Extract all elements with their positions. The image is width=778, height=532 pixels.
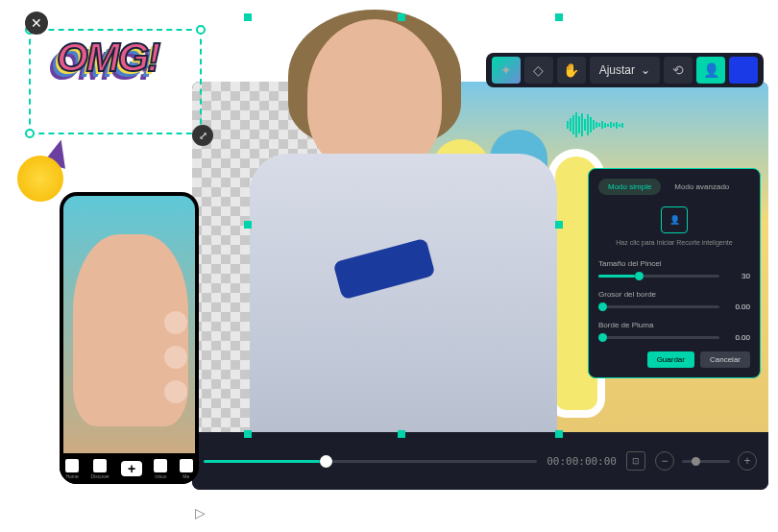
person-cutout-icon: 👤 — [661, 206, 688, 233]
smart-cutout-panel: Modo simple Modo avanzado 👤 Haz clic par… — [588, 168, 761, 378]
wave-bar — [567, 121, 569, 129]
wave-bar — [587, 114, 589, 135]
eraser-button[interactable]: ◇ — [524, 57, 553, 84]
selection-handle[interactable] — [25, 129, 35, 138]
nav-label: Me — [182, 473, 189, 479]
slider-fill — [598, 275, 635, 278]
chevron-down-icon: ⌄ — [641, 63, 650, 77]
feather-row: Borde de Pluma 0.00 — [598, 321, 750, 342]
wave-bar — [619, 124, 620, 127]
wave-bar — [621, 123, 623, 128]
discover-icon — [93, 459, 107, 472]
nav-create[interactable] — [121, 461, 142, 476]
tab-simple-mode[interactable]: Modo simple — [598, 179, 661, 195]
timeline-progress — [204, 460, 320, 463]
nav-inbox[interactable]: Inbox — [154, 459, 167, 479]
selection-handle[interactable] — [555, 13, 563, 21]
slider-thumb[interactable] — [598, 333, 607, 342]
wave-bar — [578, 116, 580, 133]
edge-thickness-slider[interactable] — [598, 305, 719, 308]
profile-button[interactable]: 👤 — [696, 57, 725, 84]
face-region — [307, 19, 442, 173]
resize-sticker-button[interactable]: ⤢ — [192, 125, 213, 146]
zoom-controls: − + — [655, 451, 757, 471]
wave-bar — [596, 122, 597, 128]
wave-bar — [601, 121, 603, 129]
selection-handle[interactable] — [398, 430, 405, 438]
profile-icon — [180, 459, 193, 472]
slider-thumb[interactable] — [598, 302, 607, 311]
adjust-dropdown[interactable]: Ajustar ⌄ — [590, 57, 660, 84]
timeline-playhead[interactable] — [320, 455, 332, 468]
nav-me[interactable]: Me — [180, 459, 193, 479]
selection-handle[interactable] — [244, 13, 252, 21]
hand-tool-button[interactable]: ✋ — [557, 57, 586, 84]
brush-size-slider[interactable] — [598, 275, 719, 278]
selection-handle[interactable] — [398, 13, 405, 21]
magic-wand-button[interactable]: ✦ — [492, 57, 521, 84]
selection-handle[interactable] — [196, 25, 206, 35]
adjust-label: Ajustar — [599, 63, 635, 77]
selection-handle[interactable] — [244, 430, 252, 438]
wave-bar — [581, 113, 583, 136]
wave-bar — [590, 117, 592, 133]
nav-label: Inbox — [155, 473, 166, 479]
phone-bottom-nav: Home Discover Inbox Me — [60, 453, 199, 484]
wave-bar — [604, 123, 606, 128]
phone-screen — [63, 196, 195, 480]
selection-handle[interactable] — [555, 221, 563, 229]
nav-label: Home — [65, 473, 78, 479]
brush-size-row: Tamaño del Pincel 30 — [598, 259, 750, 280]
feather-value: 0.00 — [727, 333, 750, 342]
brush-size-label: Tamaño del Pincel — [598, 259, 750, 268]
edge-thickness-row: Grosor del borde 0.00 — [598, 290, 750, 311]
party-emoji-sticker[interactable] — [17, 144, 75, 202]
feather-slider[interactable] — [598, 336, 719, 339]
edge-thickness-label: Grosor del borde — [598, 290, 750, 299]
phone-side-actions — [164, 311, 187, 403]
wave-bar — [593, 120, 595, 130]
selection-handle[interactable] — [244, 221, 252, 229]
wave-bar — [572, 115, 574, 134]
save-button[interactable]: Guardar — [647, 351, 694, 368]
refresh-button[interactable]: ⟲ — [664, 57, 693, 84]
emoji-face-icon — [17, 156, 63, 202]
nav-discover[interactable]: Discover — [90, 459, 109, 479]
fit-screen-button[interactable]: ⊡ — [626, 451, 645, 471]
like-icon[interactable] — [164, 311, 187, 334]
wave-bar — [570, 118, 571, 132]
wave-bar — [613, 123, 615, 127]
panel-tabs: Modo simple Modo avanzado — [598, 179, 750, 195]
selection-handle[interactable] — [555, 430, 563, 438]
zoom-in-button[interactable]: + — [738, 451, 757, 471]
tab-advanced-mode[interactable]: Modo avanzado — [665, 179, 739, 195]
color-picker-button[interactable] — [729, 57, 758, 84]
zoom-out-button[interactable]: − — [655, 451, 674, 471]
nav-home[interactable]: Home — [65, 459, 79, 479]
wave-bar — [575, 112, 577, 137]
plus-icon — [121, 461, 142, 476]
cancel-button[interactable]: Cancelar — [700, 351, 750, 368]
cutout-hint-text: Haz clic para Iniciar Recorte inteligent… — [616, 239, 732, 246]
play-button[interactable]: ▷ — [189, 502, 210, 523]
smart-cutout-trigger[interactable]: 👤 Haz clic para Iniciar Recorte intelige… — [598, 206, 750, 246]
zoom-slider-thumb[interactable] — [692, 457, 700, 466]
sticker-text-layer: OMG! — [57, 35, 158, 81]
wave-bar — [610, 122, 612, 128]
timeline-track[interactable] — [204, 460, 537, 463]
comment-icon[interactable] — [164, 346, 187, 369]
panel-footer: Guardar Cancelar — [598, 351, 750, 368]
edge-thickness-value: 0.00 — [727, 302, 750, 311]
zoom-slider[interactable] — [682, 460, 730, 463]
wave-bar — [598, 123, 600, 127]
audio-waveform — [567, 110, 740, 139]
timecode-display: 00:00:00:00 — [547, 455, 617, 468]
home-icon — [65, 459, 79, 472]
body-region — [250, 154, 557, 432]
wave-bar — [616, 122, 618, 129]
timeline-bar: 00:00:00:00 ⊡ − + — [192, 432, 768, 490]
close-sticker-button[interactable]: ✕ — [25, 12, 48, 35]
slider-thumb[interactable] — [635, 272, 644, 280]
feather-label: Borde de Pluma — [598, 321, 750, 329]
share-icon[interactable] — [164, 380, 187, 403]
